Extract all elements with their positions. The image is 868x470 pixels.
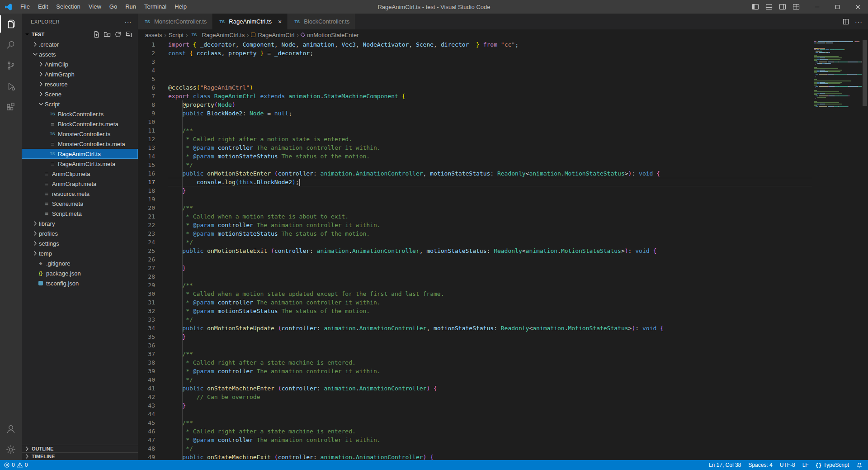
code-line[interactable]: 8 @property(Node) [138,100,812,109]
line-number[interactable]: 9 [138,109,155,118]
collapse-all-button[interactable] [124,30,133,39]
code-line[interactable]: 28 [138,272,812,281]
line-number[interactable]: 42 [138,393,155,401]
more-actions-icon[interactable]: ··· [855,18,863,25]
tree-file-.gitignore[interactable]: ◆.gitignore [22,258,138,268]
problems-indicator[interactable]: 0 0 [4,462,28,468]
breadcrumb-item[interactable]: RageAnimCtrl [251,32,294,38]
menu-terminal[interactable]: Terminal [140,0,170,14]
code-line[interactable]: 44 [138,410,812,418]
encoding-setting[interactable]: UTF-8 [780,462,795,468]
section-timeline[interactable]: TIMELINE [22,452,138,460]
section-outline[interactable]: OUTLINE [22,445,138,452]
menu-view[interactable]: View [85,0,105,14]
line-number[interactable]: 30 [138,290,155,298]
line-number[interactable]: 35 [138,332,155,341]
layout-customize-button[interactable] [790,1,802,13]
code-editor[interactable]: 1import { _decorator, Component, Node, a… [138,40,812,460]
line-number[interactable]: 14 [138,152,155,161]
code-line[interactable]: 7export class RageAnimCtrl extends anima… [138,92,812,100]
line-number[interactable]: 20 [138,204,155,212]
code-line[interactable]: 23 * @param motionStateStatus The status… [138,229,812,238]
tree-folder-resource[interactable]: resource [22,79,138,89]
menu-run[interactable]: Run [121,0,140,14]
tree-file-rageanimctrl.ts[interactable]: TSRageAnimCtrl.ts [22,149,138,159]
breadcrumb-item[interactable]: Script [169,32,184,38]
language-mode[interactable]: { } TypeScript [816,462,849,468]
tree-folder-animclip[interactable]: AnimClip [22,59,138,69]
line-number[interactable]: 49 [138,453,155,460]
code-line[interactable]: 48 */ [138,444,812,453]
breadcrumb-item[interactable]: assets [145,32,162,38]
line-number[interactable]: 18 [138,186,155,195]
tree-file-tsconfig.json[interactable]: tsconfig.json [22,278,138,288]
tree-folder-script[interactable]: Script [22,99,138,109]
code-line[interactable]: 33 */ [138,315,812,324]
tab-blockcontroller.ts[interactable]: TSBlockController.ts [288,14,355,29]
activity-account-button[interactable] [0,418,22,439]
code-line[interactable]: 30 * Called when a motion state updated … [138,290,812,298]
code-line[interactable]: 16 public onMotionStateEnter (controller… [138,169,812,178]
line-number[interactable]: 13 [138,143,155,152]
line-number[interactable]: 24 [138,238,155,247]
code-line[interactable]: 13 * @param controller The animation con… [138,143,812,152]
tree-folder-.creator[interactable]: .creator [22,39,138,49]
code-line[interactable]: 27 } [138,264,812,272]
line-number[interactable]: 1 [138,40,155,49]
code-line[interactable]: 38 * Called right after a state machine … [138,358,812,367]
notifications-button[interactable] [856,462,863,468]
line-number[interactable]: 46 [138,427,155,436]
line-number[interactable]: 31 [138,298,155,307]
line-number[interactable]: 17 [138,178,155,186]
code-line[interactable]: 9 public BlockNode2: Node = null; [138,109,812,118]
code-line[interactable]: 40 */ [138,375,812,384]
code-line[interactable]: 3 [138,57,812,66]
line-number[interactable]: 37 [138,350,155,358]
layout-sidebar-right-button[interactable] [776,1,789,13]
code-line[interactable]: 35 } [138,332,812,341]
code-line[interactable]: 49 public onStateMachineExit (controller… [138,453,812,460]
line-number[interactable]: 47 [138,436,155,444]
code-line[interactable]: 34 public onMotionStateUpdate (controlle… [138,324,812,332]
code-line[interactable]: 10 [138,118,812,126]
code-line[interactable]: 32 * @param motionStateStatus The status… [138,307,812,315]
code-line[interactable]: 41 public onStateMachineEnter (controlle… [138,384,812,393]
cursor-position[interactable]: Ln 17, Col 38 [709,462,741,468]
code-line[interactable]: 43 } [138,401,812,410]
code-line[interactable]: 21 * Called when a motion state is about… [138,212,812,221]
line-number[interactable]: 27 [138,264,155,272]
refresh-button[interactable] [113,30,123,39]
line-number[interactable]: 11 [138,126,155,135]
menu-help[interactable]: Help [170,0,191,14]
activity-extensions-button[interactable] [0,97,22,118]
activity-settings-button[interactable] [0,439,22,460]
workspace-section-header[interactable]: TEST [22,29,138,39]
code-line[interactable]: 29 /** [138,281,812,290]
code-line[interactable]: 22 * @param controller The animation con… [138,221,812,229]
line-number[interactable]: 39 [138,367,155,375]
code-line[interactable]: 12 * Called right after a motion state i… [138,135,812,143]
code-line[interactable]: 39 * @param controller The animation con… [138,367,812,375]
line-number[interactable]: 6 [138,83,155,92]
line-number[interactable]: 22 [138,221,155,229]
maximize-button[interactable] [827,0,848,14]
editor-scrollbar[interactable] [862,40,868,460]
line-number[interactable]: 21 [138,212,155,221]
tree-file-package.json[interactable]: {}package.json [22,268,138,278]
tree-file-animgraph.meta[interactable]: ≡AnimGraph.meta [22,179,138,189]
line-number[interactable]: 36 [138,341,155,350]
menu-file[interactable]: File [16,0,34,14]
line-number[interactable]: 28 [138,272,155,281]
tree-folder-animgraph[interactable]: AnimGraph [22,69,138,79]
code-line[interactable]: 42 // Can be overrode [138,393,812,401]
activity-source-control-button[interactable] [0,55,22,76]
line-number[interactable]: 38 [138,358,155,367]
code-line[interactable]: 37 /** [138,350,812,358]
tab-monstercontroller.ts[interactable]: TSMonsterController.ts [138,14,212,29]
close-tab-icon[interactable]: × [278,19,282,25]
tree-file-script.meta[interactable]: ≡Script.meta [22,209,138,218]
line-number[interactable]: 26 [138,255,155,264]
code-line[interactable]: 6@ccclass("RageAnimCtrl") [138,83,812,92]
tab-rageanimctrl.ts[interactable]: TSRageAnimCtrl.ts× [212,14,288,29]
line-number[interactable]: 25 [138,247,155,255]
